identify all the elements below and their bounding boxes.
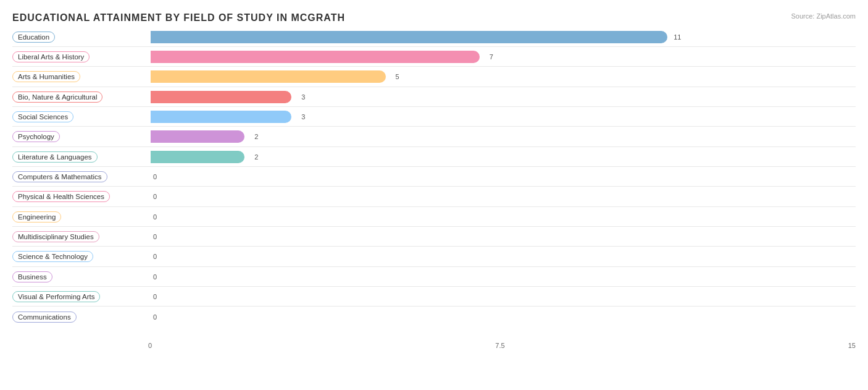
- bar-value-label: 0: [153, 273, 157, 281]
- source-label: Source: ZipAtlas.com: [791, 12, 856, 20]
- bar-label-wrapper: Physical & Health Sciences: [12, 191, 148, 202]
- bar-track: 3: [151, 111, 856, 123]
- table-row: Literature & Languages2: [12, 147, 856, 167]
- table-row: Social Sciences3: [12, 107, 856, 127]
- bar-label-wrapper: Engineering: [12, 211, 148, 223]
- bar-fill: 3: [151, 111, 291, 123]
- bar-value-label: 0: [153, 213, 157, 221]
- table-row: Arts & Humanities5: [12, 67, 856, 87]
- bar-fill: 3: [151, 91, 291, 103]
- x-axis-0: 0: [148, 342, 152, 349]
- bar-track: 7: [151, 51, 856, 63]
- bar-value-label: 0: [153, 253, 157, 260]
- bar-label-text: Liberal Arts & History: [12, 51, 90, 62]
- bar-fill: 5: [151, 70, 386, 83]
- bar-label-text: Visual & Performing Arts: [12, 291, 100, 302]
- bar-value-label: 0: [153, 193, 157, 200]
- bar-label-wrapper: Psychology: [12, 131, 148, 142]
- bar-label-wrapper: Literature & Languages: [12, 151, 148, 163]
- bar-rows: Education11Liberal Arts & History7Arts &…: [12, 27, 856, 339]
- bar-label-text: Communications: [12, 312, 77, 323]
- bar-fill: 11: [151, 31, 667, 43]
- table-row: Communications0: [12, 307, 856, 327]
- bar-value-label: 3: [301, 93, 305, 101]
- bar-track: 0: [151, 250, 856, 263]
- bar-label-text: Literature & Languages: [12, 151, 98, 163]
- table-row: Bio, Nature & Agricultural3: [12, 87, 856, 107]
- bar-label-text: Social Sciences: [12, 111, 73, 122]
- bar-fill: 7: [151, 51, 480, 63]
- bar-label-text: Science & Technology: [12, 251, 93, 262]
- bar-label-text: Psychology: [12, 131, 60, 142]
- table-row: Liberal Arts & History7: [12, 47, 856, 67]
- bar-track: 3: [151, 91, 856, 103]
- bar-label-wrapper: Arts & Humanities: [12, 71, 148, 82]
- bar-track: 11: [151, 31, 856, 43]
- bar-fill: 2: [151, 151, 244, 163]
- table-row: Engineering0: [12, 207, 856, 227]
- table-row: Business0: [12, 267, 856, 287]
- bar-track: 2: [151, 151, 856, 163]
- x-axis-15: 15: [848, 342, 856, 349]
- bar-value-label: 5: [396, 73, 399, 80]
- bar-label-wrapper: Visual & Performing Arts: [12, 291, 148, 302]
- bar-label-wrapper: Science & Technology: [12, 251, 148, 262]
- bar-track: 0: [151, 311, 856, 323]
- table-row: Education11: [12, 27, 856, 47]
- bar-label-wrapper: Communications: [12, 312, 148, 323]
- bar-label-text: Computers & Mathematics: [12, 171, 107, 182]
- bar-track: 0: [151, 271, 856, 283]
- bar-label-wrapper: Education: [12, 32, 148, 43]
- bar-track: 2: [151, 130, 856, 143]
- bar-label-wrapper: Liberal Arts & History: [12, 51, 148, 62]
- table-row: Science & Technology0: [12, 247, 856, 267]
- bar-label-wrapper: Multidisciplinary Studies: [12, 231, 148, 242]
- bar-label-wrapper: Business: [12, 271, 148, 282]
- bar-value-label: 0: [153, 233, 157, 240]
- bar-label-wrapper: Computers & Mathematics: [12, 171, 148, 182]
- x-axis-7-5: 7.5: [495, 342, 504, 349]
- bar-label-wrapper: Social Sciences: [12, 111, 148, 122]
- bar-value-label: 2: [254, 153, 258, 161]
- table-row: Psychology2: [12, 127, 856, 147]
- bar-label-text: Arts & Humanities: [12, 71, 80, 82]
- bar-track: 0: [151, 290, 856, 303]
- bar-label-wrapper: Bio, Nature & Agricultural: [12, 91, 148, 103]
- bar-label-text: Engineering: [12, 211, 61, 223]
- bar-value-label: 7: [490, 53, 493, 61]
- bars-section: Education11Liberal Arts & History7Arts &…: [12, 27, 856, 349]
- bar-label-text: Education: [12, 32, 55, 43]
- bar-value-label: 11: [674, 33, 681, 41]
- bar-value-label: 0: [153, 313, 157, 321]
- bar-label-text: Multidisciplinary Studies: [12, 231, 99, 242]
- table-row: Physical & Health Sciences0: [12, 187, 856, 207]
- chart-container: EDUCATIONAL ATTAINMENT BY FIELD OF STUDY…: [0, 0, 868, 390]
- bar-track: 0: [151, 190, 856, 203]
- bar-track: 0: [151, 231, 856, 243]
- bar-value-label: 0: [153, 293, 157, 300]
- bar-value-label: 0: [153, 173, 157, 180]
- bar-track: 0: [151, 171, 856, 183]
- bar-fill: 2: [151, 130, 244, 143]
- table-row: Computers & Mathematics0: [12, 167, 856, 187]
- x-axis-labels: 0 7.5 15: [12, 339, 856, 349]
- bar-value-label: 3: [301, 113, 305, 121]
- bar-track: 5: [151, 70, 856, 83]
- bar-label-text: Bio, Nature & Agricultural: [12, 91, 102, 103]
- chart-title: EDUCATIONAL ATTAINMENT BY FIELD OF STUDY…: [12, 12, 856, 23]
- bar-label-text: Business: [12, 271, 52, 282]
- bar-label-text: Physical & Health Sciences: [12, 191, 110, 202]
- table-row: Multidisciplinary Studies0: [12, 227, 856, 247]
- table-row: Visual & Performing Arts0: [12, 287, 856, 307]
- bar-track: 0: [151, 211, 856, 223]
- bar-value-label: 2: [254, 133, 258, 140]
- chart-area: Education11Liberal Arts & History7Arts &…: [12, 27, 856, 349]
